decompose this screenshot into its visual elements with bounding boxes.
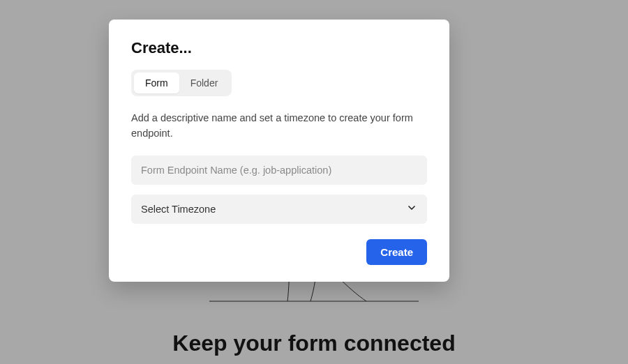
modal-actions: Create bbox=[131, 239, 427, 265]
create-modal: Create... Form Folder Add a descriptive … bbox=[109, 20, 449, 282]
modal-backdrop: Keep your form connected Create... Form … bbox=[0, 0, 628, 364]
timezone-select-wrapper: Select Timezone bbox=[131, 195, 427, 224]
modal-title: Create... bbox=[131, 39, 427, 57]
type-segmented-control: Form Folder bbox=[131, 70, 232, 96]
tab-form[interactable]: Form bbox=[134, 73, 179, 93]
tab-folder[interactable]: Folder bbox=[179, 73, 230, 93]
timezone-select[interactable]: Select Timezone bbox=[131, 195, 427, 224]
form-name-input[interactable] bbox=[131, 156, 427, 185]
background-headline: Keep your form connected bbox=[0, 331, 628, 356]
create-button[interactable]: Create bbox=[366, 239, 427, 265]
modal-description: Add a descriptive name and set a timezon… bbox=[131, 110, 417, 142]
